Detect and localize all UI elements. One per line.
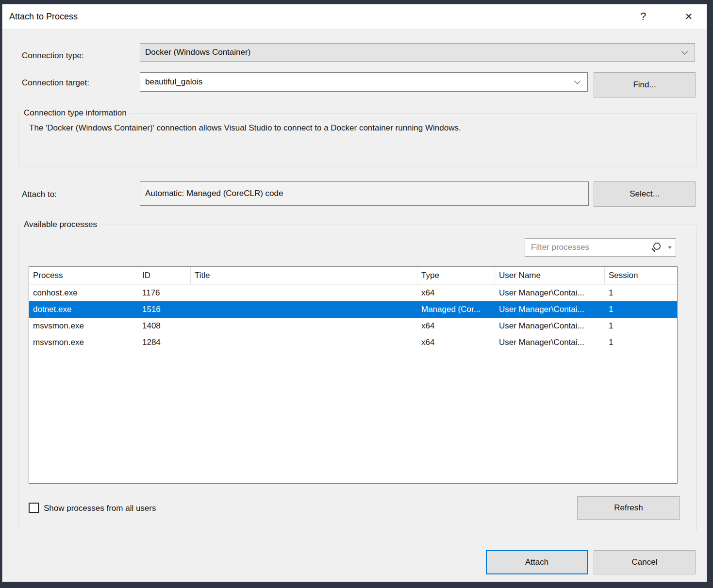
table-row[interactable]: dotnet.exe1516Managed (Cor...User Manage… [29,301,677,318]
cell-process: msvsmon.exe [29,334,138,351]
cell-id: 1516 [138,301,191,318]
table-row[interactable]: msvsmon.exe1408x64User Manager\Contai...… [29,318,677,334]
dialog-title: Attach to Process [9,4,78,29]
filter-processes-box [525,238,676,257]
cell-type: x64 [417,285,495,301]
attach-to-field[interactable]: Automatic: Managed (CoreCLR) code [140,181,589,206]
find-button[interactable]: Find... [594,72,696,98]
cell-title [191,301,417,318]
filter-processes-input[interactable] [525,239,647,256]
connection-type-value: Docker (Windows Container) [145,48,250,57]
cell-process: dotnet.exe [29,301,138,318]
show-all-users-checkbox[interactable] [29,503,39,513]
connection-type-label: Connection type: [22,51,84,61]
cell-title [191,334,417,351]
cell-user: User Manager\Contai... [495,285,605,301]
process-rows: conhost.exe1176x64User Manager\Contai...… [29,285,677,351]
titlebar: Attach to Process ? ✕ [2,4,707,29]
cell-session: 1 [605,334,677,351]
cell-title [191,318,417,334]
connection-target-label: Connection target: [22,78,89,88]
filter-dropdown-icon[interactable] [668,246,672,249]
attach-button[interactable]: Attach [486,550,588,574]
column-header-process[interactable]: Process [29,267,138,285]
show-all-users-label: Show processes from all users [44,504,156,513]
attach-to-process-dialog: Attach to Process ? ✕ Connection type: D… [2,4,707,582]
connection-type-info-text: The 'Docker (Windows Container)' connect… [29,123,461,133]
connection-type-info-group-label: Connection type information [21,108,130,118]
connection-type-info-group: Connection type information The 'Docker … [18,113,696,166]
refresh-button[interactable]: Refresh [577,496,680,520]
cell-type: Managed (Cor... [417,301,495,318]
cell-session: 1 [605,301,677,318]
column-header-type[interactable]: Type [417,267,495,285]
cell-title [191,285,417,301]
attach-to-value: Automatic: Managed (CoreCLR) code [145,189,283,198]
cell-type: x64 [417,334,495,351]
search-icon[interactable] [651,243,661,253]
cell-session: 1 [605,318,677,334]
cell-process: conhost.exe [29,285,138,301]
available-processes-group-label: Available processes [21,220,100,229]
help-icon[interactable]: ? [629,4,658,29]
column-header-session[interactable]: Session [605,267,677,285]
chevron-down-icon [681,49,688,55]
column-header-title[interactable]: Title [191,267,417,285]
cell-id: 1176 [138,285,191,301]
column-header-id[interactable]: ID [138,267,191,285]
cell-id: 1408 [138,318,191,334]
attach-to-label: Attach to: [22,190,57,199]
cancel-button[interactable]: Cancel [594,550,696,574]
cell-session: 1 [605,285,677,301]
close-icon[interactable]: ✕ [673,4,704,29]
cell-user: User Manager\Contai... [495,318,605,334]
cell-user: User Manager\Contai... [495,301,605,318]
select-button[interactable]: Select... [594,181,696,207]
table-row[interactable]: conhost.exe1176x64User Manager\Contai...… [29,285,677,301]
process-table: Process ID Title Type User Name Session … [29,266,678,484]
chevron-down-icon [574,78,580,84]
connection-target-value: beautiful_galois [145,77,202,86]
cell-process: msvsmon.exe [29,318,138,334]
table-row[interactable]: msvsmon.exe1284x64User Manager\Contai...… [29,334,677,351]
connection-target-combobox[interactable]: beautiful_galois [140,72,588,92]
cell-type: x64 [417,318,495,334]
cell-id: 1284 [138,334,191,351]
connection-type-dropdown[interactable]: Docker (Windows Container) [140,43,695,62]
column-header-username[interactable]: User Name [495,267,605,285]
cell-user: User Manager\Contai... [495,334,605,351]
table-header-row: Process ID Title Type User Name Session [29,267,677,285]
